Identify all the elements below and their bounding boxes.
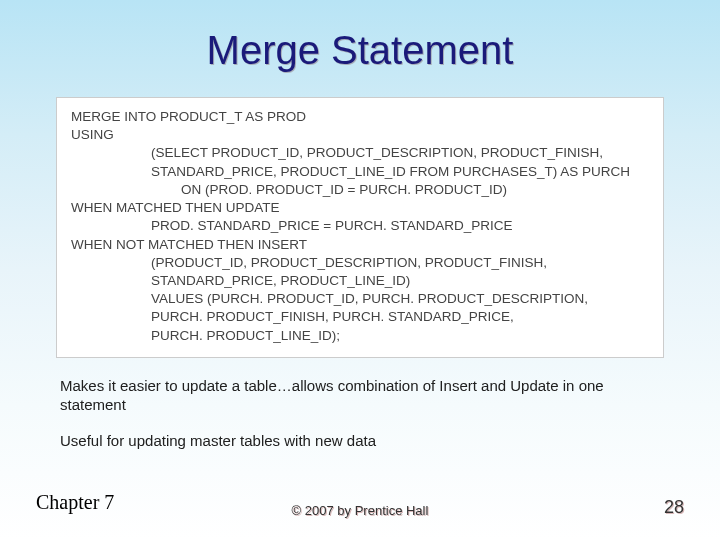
code-line: WHEN NOT MATCHED THEN INSERT	[71, 236, 649, 254]
code-line: STANDARD_PRICE, PRODUCT_LINE_ID FROM PUR…	[71, 163, 649, 181]
footer-copyright: © 2007 by Prentice Hall	[292, 503, 429, 518]
caption-text: Makes it easier to update a table…allows…	[60, 376, 660, 415]
caption-text: Useful for updating master tables with n…	[60, 431, 660, 451]
code-line: USING	[71, 126, 649, 144]
slide: Merge Statement MERGE INTO PRODUCT_T AS …	[0, 0, 720, 540]
footer-page-number: 28	[664, 497, 684, 518]
code-line: VALUES (PURCH. PRODUCT_ID, PURCH. PRODUC…	[71, 290, 649, 308]
code-line: MERGE INTO PRODUCT_T AS PROD	[71, 108, 649, 126]
code-line: PURCH. PRODUCT_LINE_ID);	[71, 327, 649, 345]
code-line: WHEN MATCHED THEN UPDATE	[71, 199, 649, 217]
code-line: PURCH. PRODUCT_FINISH, PURCH. STANDARD_P…	[71, 308, 649, 326]
code-line: ON (PROD. PRODUCT_ID = PURCH. PRODUCT_ID…	[71, 181, 649, 199]
code-line: PROD. STANDARD_PRICE = PURCH. STANDARD_P…	[71, 217, 649, 235]
footer-chapter: Chapter 7	[36, 491, 114, 514]
code-line: (PRODUCT_ID, PRODUCT_DESCRIPTION, PRODUC…	[71, 254, 649, 272]
page-title: Merge Statement	[50, 28, 670, 73]
code-line: STANDARD_PRICE, PRODUCT_LINE_ID)	[71, 272, 649, 290]
code-line: (SELECT PRODUCT_ID, PRODUCT_DESCRIPTION,…	[71, 144, 649, 162]
sql-code-block: MERGE INTO PRODUCT_T AS PROD USING (SELE…	[56, 97, 664, 358]
